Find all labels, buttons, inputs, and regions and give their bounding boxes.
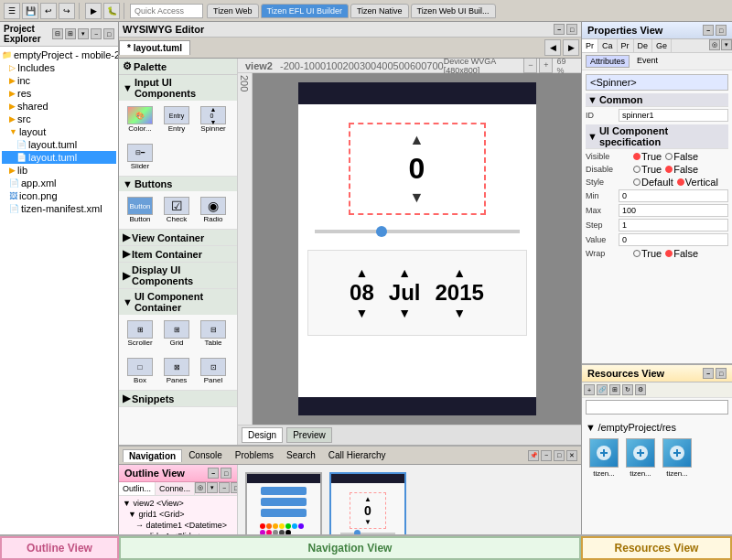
tree-item-includes[interactable]: ▷ Includes [2, 61, 116, 74]
resources-minimize-icon[interactable]: − [703, 368, 714, 379]
resources-maximize-icon[interactable]: □ [716, 368, 727, 379]
resource-item-1[interactable]: tizen... [589, 438, 619, 478]
design-tab[interactable]: Design [242, 427, 283, 443]
palette-item-grid[interactable]: ⊞ Grid [159, 318, 194, 349]
wysiwyg-maximize-icon[interactable]: □ [566, 24, 577, 35]
bottom-tab-navigation[interactable]: Navigation [123, 449, 182, 462]
zoom-in-btn[interactable]: + [539, 59, 553, 73]
prop-input-value[interactable] [619, 233, 728, 246]
tree-item-res[interactable]: ▶ res [2, 87, 116, 100]
collapse-all-icon[interactable]: ⊟ [52, 28, 63, 39]
datetime-year-down[interactable]: ▼ [453, 306, 466, 320]
outline-tab-connections[interactable]: Conne... [156, 482, 195, 495]
resources-search-input[interactable] [586, 400, 728, 415]
resources-settings-icon[interactable]: ⚙ [635, 384, 646, 395]
tab-tizen-web[interactable]: Tizen Web [207, 4, 259, 18]
palette-section-uicc-title[interactable]: ▼ UI Component Container [119, 289, 237, 315]
editor-tab-layout[interactable]: * layout.tuml [119, 40, 190, 55]
prop-wrap-false[interactable]: False [665, 248, 698, 259]
spinner-arrow-up[interactable]: ▲ [410, 132, 425, 148]
prop-tab-de[interactable]: De [634, 39, 653, 52]
palette-section-snippets-title[interactable]: ▶ Snippets [119, 391, 237, 406]
undo-btn[interactable]: ↩ [40, 3, 57, 19]
datetime-month-down[interactable]: ▼ [398, 306, 411, 320]
prop-wrap-true[interactable]: True [633, 248, 662, 259]
minimize-icon[interactable]: − [91, 28, 102, 39]
preview-tab[interactable]: Preview [286, 427, 332, 443]
debug-btn[interactable]: 🐛 [103, 3, 120, 19]
tree-item-inc[interactable]: ▶ inc [2, 74, 116, 87]
prop-icon2[interactable]: ▾ [721, 39, 732, 50]
palette-item-panel[interactable]: ⊡ Panel [196, 356, 231, 386]
properties-maximize-icon[interactable]: □ [716, 25, 727, 36]
palette-section-view-title[interactable]: ▶ View Container [119, 230, 237, 245]
nav-thumb-view1[interactable]: *view1 [245, 472, 322, 534]
palette-item-spinner[interactable]: ▲0▼ Spinner [196, 104, 231, 135]
prop-disable-false[interactable]: False [665, 164, 698, 175]
datetime-day-col[interactable]: ▲ 08 ▼ [350, 265, 374, 320]
tree-item-layout-tuml-active[interactable]: 📄 layout.tuml [2, 151, 116, 164]
prop-disable-true[interactable]: True [633, 164, 662, 175]
outline-tab-icon3[interactable]: − [219, 482, 230, 493]
tab-tizen-efl[interactable]: Tizen EFL UI Builder [261, 4, 349, 18]
resource-item-2[interactable]: tizen... [626, 438, 655, 478]
slider-thumb[interactable] [376, 226, 387, 237]
outline-item-view2[interactable]: ▼ view2 <View> [121, 498, 235, 509]
bottom-panel-minimize-icon[interactable]: − [541, 450, 552, 461]
palette-section-display-title[interactable]: ▶ Display UI Components [119, 263, 237, 288]
bottom-panel-pin-icon[interactable]: 📌 [528, 450, 539, 461]
nav-thumb-view2[interactable]: ▲ 0 ▼ [329, 472, 406, 534]
nav-fwd-btn[interactable]: ▶ [563, 39, 579, 56]
outline-item-grid1[interactable]: ▼ grid1 <Grid> [121, 509, 235, 520]
palette-item-entry[interactable]: Entry Entry [159, 104, 194, 135]
bottom-tab-problems[interactable]: Problems [229, 448, 280, 462]
prop-icon1[interactable]: ◎ [709, 39, 720, 50]
datetime-year-up[interactable]: ▲ [453, 265, 466, 280]
run-btn[interactable]: ▶ [85, 3, 102, 19]
panel-menu-icon[interactable]: ▾ [78, 28, 89, 39]
tree-item-iconpng[interactable]: 🖼 icon.png [2, 189, 116, 202]
bottom-panel-maximize-icon[interactable]: □ [554, 450, 565, 461]
tree-item-lib[interactable]: ▶ lib [2, 164, 116, 177]
palette-item-scroller[interactable]: ⊞ Scroller [123, 318, 157, 349]
palette-item-slider[interactable]: ⊟━ Slider [123, 142, 157, 172]
prop-input-min[interactable] [619, 189, 728, 202]
datetime-day-down[interactable]: ▼ [356, 306, 369, 320]
bottom-tab-console[interactable]: Console [182, 448, 229, 462]
palette-item-panes[interactable]: ⊠ Panes [159, 356, 194, 386]
palette-section-input-title[interactable]: ▼ Input UI Components [119, 75, 237, 101]
tree-item-layout-folder[interactable]: ▼ layout [2, 125, 116, 138]
link-editor-icon[interactable]: ⊞ [65, 28, 76, 39]
zoom-out-btn[interactable]: − [523, 59, 537, 73]
canvas-content[interactable]: ▲ 0 ▼ [253, 73, 581, 425]
bottom-tab-call-hierarchy[interactable]: Call Hierarchy [322, 448, 393, 462]
prop-style-vertical[interactable]: Vertical [677, 177, 718, 188]
prop-visible-false[interactable]: False [665, 151, 698, 162]
spinner-widget[interactable]: ▲ 0 ▼ [349, 123, 486, 215]
tree-item-appxml[interactable]: 📄 app.xml [2, 177, 116, 189]
bottom-tab-search[interactable]: Search [280, 448, 322, 462]
datetime-day-up[interactable]: ▲ [356, 265, 369, 280]
outline-item-datetime1[interactable]: → datetime1 <Datetime> [121, 520, 235, 531]
palette-item-button[interactable]: Button Button [123, 195, 157, 225]
resources-add-icon[interactable]: + [584, 384, 595, 395]
bottom-panel-close-icon[interactable]: ✕ [566, 450, 577, 461]
wysiwyg-minimize-icon[interactable]: − [554, 24, 565, 35]
outline-tab-icon1[interactable]: ◎ [195, 482, 206, 493]
prop-input-step[interactable] [619, 219, 728, 232]
properties-minimize-icon[interactable]: − [703, 25, 714, 36]
outline-maximize-icon[interactable]: □ [221, 468, 231, 479]
datetime-year-col[interactable]: ▲ 2015 ▼ [436, 265, 484, 320]
resources-filter-icon[interactable]: ⊞ [609, 384, 620, 395]
tree-item-tizen-manifest[interactable]: 📄 tizen-manifest.xml [2, 202, 116, 215]
prop-visible-true[interactable]: True [633, 151, 662, 162]
slider-widget[interactable] [315, 222, 520, 241]
prop-tab-ge[interactable]: Ge [652, 39, 672, 52]
spinner-arrow-down[interactable]: ▼ [410, 189, 425, 206]
redo-btn[interactable]: ↪ [59, 3, 75, 19]
resources-refresh-icon[interactable]: ↻ [622, 384, 633, 395]
tree-item-src[interactable]: ▶ src [2, 113, 116, 125]
nav-back-btn[interactable]: ◀ [544, 39, 561, 56]
save-btn[interactable]: 💾 [22, 3, 38, 19]
menu-file-btn[interactable]: ☰ [4, 3, 20, 19]
